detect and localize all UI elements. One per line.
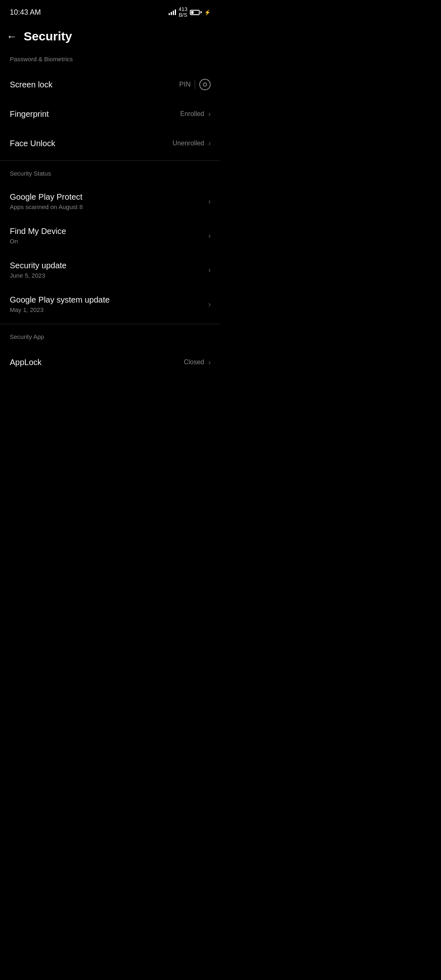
list-item-fingerprint[interactable]: FingerprintEnrolled› <box>0 99 220 129</box>
google-play-system-update-chevron-icon: › <box>208 300 211 309</box>
page-header: ← Security <box>0 21 220 56</box>
google-play-system-update-right: › <box>208 300 211 309</box>
status-icons: 413 B/S ⚡ <box>169 7 211 18</box>
screen-lock-pin-label: PIN <box>179 80 191 89</box>
sections-container: Password & BiometricsScreen lockPINFinge… <box>0 56 220 377</box>
network-speed: 413 B/S <box>178 7 187 18</box>
security-update-title: Security update <box>10 261 208 270</box>
find-my-device-title: Find My Device <box>10 227 208 236</box>
face-unlock-right: Unenrolled› <box>173 139 211 148</box>
fingerprint-status: Enrolled <box>180 110 204 118</box>
applock-title: AppLock <box>10 358 184 367</box>
find-my-device-right: › <box>208 232 211 240</box>
applock-right: Closed› <box>184 358 211 367</box>
screen-lock-title: Screen lock <box>10 80 179 89</box>
list-item-google-play-system-update[interactable]: Google Play system updateMay 1, 2023› <box>0 287 220 321</box>
list-item-google-play-protect[interactable]: Google Play ProtectApps scanned on Augus… <box>0 184 220 218</box>
find-my-device-chevron-icon: › <box>208 232 211 240</box>
section-label-0: Password & Biometrics <box>0 56 220 70</box>
list-item-applock[interactable]: AppLockClosed› <box>0 347 220 377</box>
fingerprint-title: Fingerprint <box>10 109 180 119</box>
list-item-face-unlock[interactable]: Face UnlockUnenrolled› <box>0 129 220 158</box>
screen-lock-gear-icon[interactable] <box>199 79 211 90</box>
screen-lock-divider <box>195 80 195 89</box>
back-button[interactable]: ← <box>7 31 17 42</box>
screen-lock-right: PIN <box>179 79 211 90</box>
google-play-protect-subtitle: Apps scanned on August 8 <box>10 203 208 210</box>
section-divider-1 <box>0 324 220 324</box>
security-update-chevron-icon: › <box>208 266 211 274</box>
face-unlock-chevron-icon: › <box>208 139 211 148</box>
face-unlock-title: Face Unlock <box>10 139 173 148</box>
page-title: Security <box>24 29 72 43</box>
wifi-icon <box>169 9 176 15</box>
fingerprint-right: Enrolled› <box>180 110 211 118</box>
section-label-1: Security Status <box>0 170 220 184</box>
google-play-protect-title: Google Play Protect <box>10 192 208 202</box>
google-play-system-update-title: Google Play system update <box>10 295 208 305</box>
applock-status: Closed <box>184 359 204 366</box>
status-time: 10:43 AM <box>10 8 41 17</box>
list-item-screen-lock[interactable]: Screen lockPIN <box>0 70 220 99</box>
find-my-device-subtitle: On <box>10 238 208 245</box>
fingerprint-chevron-icon: › <box>208 110 211 118</box>
status-bar: 10:43 AM 413 B/S ⚡ <box>0 0 220 21</box>
google-play-protect-right: › <box>208 197 211 206</box>
charging-icon: ⚡ <box>204 9 211 16</box>
security-update-right: › <box>208 266 211 274</box>
security-update-subtitle: June 5, 2023 <box>10 272 208 279</box>
battery-indicator <box>190 10 202 15</box>
google-play-protect-chevron-icon: › <box>208 197 211 206</box>
applock-chevron-icon: › <box>208 358 211 367</box>
list-item-find-my-device[interactable]: Find My DeviceOn› <box>0 218 220 253</box>
google-play-system-update-subtitle: May 1, 2023 <box>10 306 208 313</box>
section-label-2: Security App <box>0 333 220 347</box>
list-item-security-update[interactable]: Security updateJune 5, 2023› <box>0 253 220 287</box>
section-divider-0 <box>0 160 220 161</box>
face-unlock-status: Unenrolled <box>173 140 204 147</box>
